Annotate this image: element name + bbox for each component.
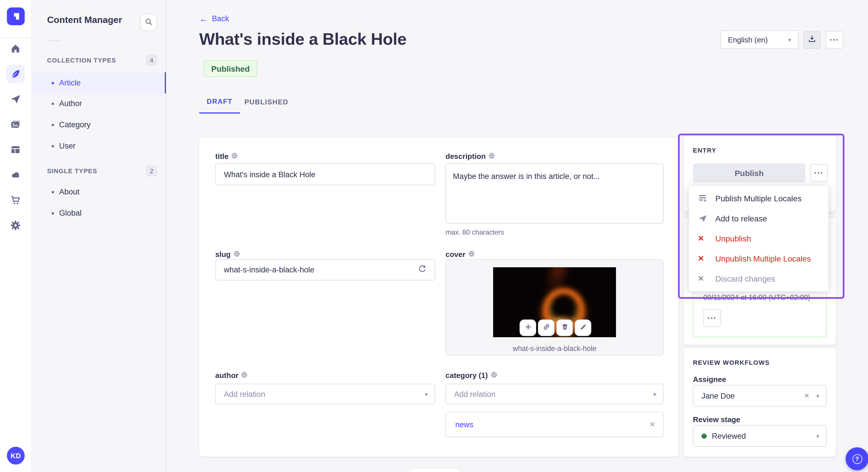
author-placeholder: Add relation xyxy=(224,390,265,398)
back-link[interactable]: ← Back xyxy=(199,14,229,23)
clear-assignee-icon[interactable]: × xyxy=(804,391,809,400)
search-button[interactable] xyxy=(140,14,157,31)
releases-icon[interactable] xyxy=(6,90,25,108)
menu-item-add-to-release[interactable]: Add to release xyxy=(689,208,828,228)
export-button[interactable] xyxy=(803,31,821,48)
scheduled-release-box: 09/11/2024 at 16:00 (UTC+02:00) ··· xyxy=(693,290,827,337)
user-avatar[interactable]: KD xyxy=(7,447,25,465)
regenerate-icon[interactable] xyxy=(418,265,427,275)
cloud-icon[interactable] xyxy=(6,166,25,184)
cross-glyph: × xyxy=(698,254,704,263)
sidebar-item-category[interactable]: Category xyxy=(32,114,166,135)
cover-toolbar xyxy=(520,319,591,336)
sidebar-item-about[interactable]: About xyxy=(32,181,166,202)
version-tabs: DRAFT PUBLISHED xyxy=(199,91,293,113)
ellipsis-icon: ··· xyxy=(830,36,839,43)
add-media-button[interactable] xyxy=(520,319,536,336)
header-actions: English (en) ▾ ··· xyxy=(720,30,843,49)
assignee-select[interactable]: Jane Doe × ▾ xyxy=(693,385,827,407)
locale-globe-icon xyxy=(234,250,240,259)
remove-relation-icon[interactable]: × xyxy=(650,420,655,429)
single-types-header: SINGLE TYPES 2 xyxy=(47,165,157,177)
menu-item-publish-multiple-locales[interactable]: Publish Multiple Locales xyxy=(689,188,828,208)
single-types-count: 2 xyxy=(146,165,157,177)
description-textarea[interactable]: Maybe the answer is in this article, or … xyxy=(445,164,663,224)
pencil-icon xyxy=(579,323,587,333)
strapi-logo[interactable] xyxy=(7,7,25,25)
question-icon: ? xyxy=(852,454,862,464)
collection-types-label: COLLECTION TYPES xyxy=(47,57,116,64)
content-manager-icon[interactable] xyxy=(6,65,25,83)
help-button[interactable]: ? xyxy=(846,447,868,470)
menu-item-label: Add to release xyxy=(715,214,767,223)
settings-icon[interactable] xyxy=(6,216,25,235)
download-icon xyxy=(808,34,816,45)
review-workflows-heading: REVIEW WORKFLOWS xyxy=(693,359,770,366)
publish-button[interactable]: Publish xyxy=(693,164,805,182)
ellipsis-icon: ··· xyxy=(814,169,824,177)
collection-types-header: COLLECTION TYPES 4 xyxy=(47,55,157,66)
sidebar-item-label: Category xyxy=(59,121,91,129)
sidebar-item-global[interactable]: Global xyxy=(32,202,166,224)
sidebar-item-user[interactable]: User xyxy=(32,135,166,157)
content-manager-sidebar: Content Manager COLLECTION TYPES 4 Artic… xyxy=(32,0,166,472)
title-field-label: title xyxy=(215,152,238,161)
description-field-label: description xyxy=(445,152,495,161)
field-label-text: author xyxy=(215,371,239,380)
edit-media-button[interactable] xyxy=(575,319,591,336)
locale-value: English (en) xyxy=(728,35,768,44)
media-library-icon[interactable] xyxy=(6,115,25,134)
tab-published[interactable]: PUBLISHED xyxy=(240,91,293,113)
slug-field-label: slug xyxy=(215,250,240,259)
copy-link-button[interactable] xyxy=(538,319,555,336)
chevron-down-icon: ▾ xyxy=(425,391,428,397)
bullet-icon xyxy=(52,191,54,193)
title-input[interactable]: What's inside a Black Hole xyxy=(215,164,435,185)
chevron-down-icon: ▾ xyxy=(653,391,656,397)
category-relation-select[interactable]: Add relation ▾ xyxy=(445,384,663,404)
home-icon[interactable] xyxy=(6,40,25,58)
stage-dot-icon xyxy=(702,433,707,438)
relation-link-news[interactable]: news xyxy=(455,420,473,429)
sidebar-item-label: Global xyxy=(59,209,82,217)
menu-item-unpublish[interactable]: × Unpublish xyxy=(689,228,828,248)
cover-field-label: cover xyxy=(445,250,474,259)
slug-input[interactable]: what-s-inside-a-black-hole xyxy=(215,259,435,280)
field-label-text: category (1) xyxy=(445,371,488,380)
search-icon xyxy=(145,18,153,27)
bullet-icon xyxy=(52,82,54,84)
locale-globe-icon xyxy=(241,371,248,380)
link-icon xyxy=(542,323,550,333)
list-plus-icon xyxy=(698,193,715,203)
delete-media-button[interactable] xyxy=(556,319,573,336)
cross-glyph: × xyxy=(698,233,704,243)
sidebar-item-label: Author xyxy=(59,99,82,108)
bullet-icon xyxy=(52,102,54,105)
sidebar-item-author[interactable]: Author xyxy=(32,93,166,114)
back-arrow-icon: ← xyxy=(199,14,208,23)
menu-item-unpublish-multiple-locales[interactable]: × Unpublish Multiple Locales xyxy=(689,248,828,268)
content-type-builder-icon[interactable] xyxy=(6,140,25,159)
status-badge: Published xyxy=(204,60,257,77)
cross-glyph: × xyxy=(698,274,704,283)
menu-item-label: Unpublish xyxy=(715,234,751,243)
page-title: What's inside a Black Hole xyxy=(199,30,406,49)
menu-item-discard-changes[interactable]: × Discard changes xyxy=(689,268,828,289)
locale-select[interactable]: English (en) ▾ xyxy=(720,30,799,49)
entry-more-button[interactable]: ··· xyxy=(810,164,828,182)
tab-draft[interactable]: DRAFT xyxy=(199,91,240,113)
back-label: Back xyxy=(212,14,229,23)
ellipsis-icon: ··· xyxy=(708,314,717,322)
cross-icon: × xyxy=(698,233,715,243)
sidebar-item-label: Article xyxy=(59,78,81,87)
author-relation-select[interactable]: Add relation ▾ xyxy=(215,384,435,404)
bullet-icon xyxy=(52,124,54,126)
release-more-button[interactable]: ··· xyxy=(703,309,721,327)
menu-item-label: Discard changes xyxy=(715,274,775,283)
sidebar-item-article[interactable]: Article xyxy=(32,72,166,94)
cover-media-panel: what-s-inside-a-black-hole xyxy=(445,259,663,356)
header-more-button[interactable]: ··· xyxy=(826,31,843,48)
stage-value: Reviewed xyxy=(712,432,746,440)
review-stage-select[interactable]: Reviewed ▾ xyxy=(693,425,827,447)
marketplace-icon[interactable] xyxy=(6,191,25,209)
